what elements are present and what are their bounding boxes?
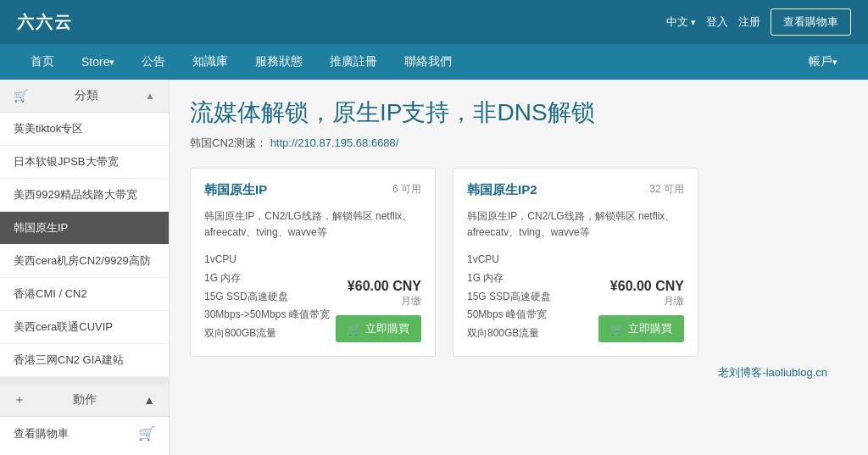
sidebar-actions-label: 動作	[73, 392, 97, 408]
nav-item-store[interactable]: Store	[68, 44, 128, 80]
subtitle-link[interactable]: http://210.87.195.68:6688/	[270, 136, 399, 149]
product-card-0: 韩国原生IP 6 可用 韩国原生IP，CN2/LG线路，解锁韩区 netflix…	[190, 168, 436, 357]
product-1-buy-label: 立即購買	[628, 321, 672, 336]
sidebar-categories-icon: 🛒	[14, 89, 28, 103]
sidebar-categories-header: 🛒 分類 ▲	[0, 80, 169, 113]
nav-item-status[interactable]: 服務狀態	[242, 44, 316, 80]
sidebar-cart-label: 查看購物車	[14, 426, 69, 441]
sidebar-item-kr-native-ip[interactable]: 韩国原生IP	[0, 212, 169, 245]
product-0-buy-button[interactable]: 🛒 立即購買	[336, 315, 421, 342]
sidebar-item-tiktok[interactable]: 英美tiktok专区	[0, 113, 169, 146]
nav-item-promo[interactable]: 推廣註冊	[316, 44, 391, 80]
cart-icon-small: 🛒	[348, 323, 361, 336]
top-bar: 六六云 中文 登入 注册 查看購物車	[0, 0, 868, 44]
login-link[interactable]: 登入	[706, 14, 728, 30]
register-link[interactable]: 注册	[738, 14, 760, 30]
sidebar-actions-chevron: ▲	[143, 393, 155, 407]
sidebar-cart-icon: 🛒	[138, 425, 155, 441]
sidebar-actions-header: ＋ 動作 ▲	[0, 377, 169, 417]
product-1-pricing: ¥60.00 CNY 月缴 🛒 立即購買	[598, 279, 684, 342]
spec-item: 15G SSD高速硬盘	[204, 288, 330, 307]
view-cart-button[interactable]: 查看購物車	[771, 8, 851, 36]
product-0-specs: 1vCPU 1G 内存 15G SSD高速硬盘 30Mbps->50Mbps 峰…	[204, 251, 330, 342]
product-1-availability: 32 可用	[649, 182, 684, 197]
sidebar-item-cera-cn2[interactable]: 美西cera机房CN2/9929高防	[0, 245, 169, 278]
sidebar-actions-plus-icon: ＋	[14, 392, 25, 408]
main-content: 流媒体解锁，原生IP支持，非DNS解锁 韩国CN2测速： http://210.…	[170, 80, 868, 455]
nav-item-account[interactable]: 帳戶	[795, 44, 851, 80]
nav-bar: 首页 Store 公告 知識庫 服務狀態 推廣註冊 聯絡我們 帳戶	[0, 44, 868, 80]
nav-item-home[interactable]: 首页	[17, 44, 68, 80]
page-title: 流媒体解锁，原生IP支持，非DNS解锁	[190, 97, 848, 129]
products-grid: 韩国原生IP 6 可用 韩国原生IP，CN2/LG线路，解锁韩区 netflix…	[190, 168, 848, 357]
spec-item: 50Mbps 峰值带宽	[467, 306, 551, 325]
sidebar-item-us9929[interactable]: 美西9929精品线路大带宽	[0, 179, 169, 212]
product-1-body: 1vCPU 1G 内存 15G SSD高速硬盘 50Mbps 峰值带宽 双向80…	[467, 251, 684, 342]
product-1-period: 月缴	[610, 294, 684, 308]
product-0-pricing: ¥60.00 CNY 月缴 🛒 立即購買	[336, 279, 421, 342]
sidebar-item-jpsb[interactable]: 日本软银JPSB大带宽	[0, 146, 169, 179]
product-card-1-header: 韩国原生IP2 32 可用	[467, 182, 684, 198]
sidebar-item-hk-cn2[interactable]: 香港三网CN2 GIA建站	[0, 344, 169, 377]
main-layout: 🛒 分類 ▲ 英美tiktok专区 日本软银JPSB大带宽 美西9929精品线路…	[0, 80, 868, 455]
spec-item: 1G 内存	[467, 269, 551, 288]
sidebar-categories-label: 分類	[75, 88, 98, 103]
sidebar-categories-chevron: ▲	[145, 90, 155, 102]
site-logo: 六六云	[17, 11, 73, 34]
footer-watermark: 老刘博客-laoliublog.cn	[190, 357, 848, 389]
spec-item: 1vCPU	[467, 251, 551, 269]
cart-icon-small: 🛒	[610, 323, 624, 336]
product-1-price: ¥60.00 CNY	[610, 279, 684, 294]
spec-item: 双向800GB流量	[204, 325, 330, 343]
product-card-1: 韩国原生IP2 32 可用 韩国原生IP，CN2/LG线路，解锁韩区 netfl…	[453, 168, 698, 357]
spec-item: 1vCPU	[204, 251, 330, 269]
product-0-price: ¥60.00 CNY	[348, 279, 421, 294]
product-1-specs: 1vCPU 1G 内存 15G SSD高速硬盘 50Mbps 峰值带宽 双向80…	[467, 251, 551, 342]
spec-item: 30Mbps->50Mbps 峰值带宽	[204, 306, 330, 325]
spec-item: 双向800GB流量	[467, 325, 551, 343]
spec-item: 15G SSD高速硬盘	[467, 288, 551, 307]
sidebar: 🛒 分類 ▲ 英美tiktok专区 日本软银JPSB大带宽 美西9929精品线路…	[0, 80, 170, 455]
product-card-0-header: 韩国原生IP 6 可用	[204, 182, 421, 198]
sidebar-item-cera-cuvip[interactable]: 美西cera联通CUVIP	[0, 311, 169, 344]
watermark-text: 老刘博客-laoliublog.cn	[718, 366, 827, 379]
subtitle-label: 韩国CN2测速：	[190, 136, 267, 149]
product-1-desc: 韩国原生IP，CN2/LG线路，解锁韩区 netflix、afreecatv、t…	[467, 208, 684, 241]
nav-item-contact[interactable]: 聯絡我們	[391, 44, 465, 80]
product-0-availability: 6 可用	[392, 182, 421, 197]
product-0-name: 韩国原生IP	[204, 182, 267, 198]
product-0-body: 1vCPU 1G 内存 15G SSD高速硬盘 30Mbps->50Mbps 峰…	[204, 251, 421, 342]
product-1-buy-button[interactable]: 🛒 立即購買	[598, 315, 684, 342]
sidebar-cart-item[interactable]: 查看購物車 🛒	[0, 417, 169, 450]
sidebar-item-hk-cmi[interactable]: 香港CMI / CN2	[0, 278, 169, 311]
product-0-buy-label: 立即購買	[365, 321, 409, 336]
page-subtitle: 韩国CN2测速： http://210.87.195.68:6688/	[190, 136, 848, 151]
top-right-actions: 中文 登入 注册 查看購物車	[666, 8, 851, 36]
product-1-name: 韩国原生IP2	[467, 182, 537, 198]
language-selector[interactable]: 中文	[666, 14, 696, 30]
product-0-period: 月缴	[348, 294, 421, 308]
nav-item-kb[interactable]: 知識庫	[179, 44, 242, 80]
product-0-desc: 韩国原生IP，CN2/LG线路，解锁韩区 netflix、afreecatv、t…	[204, 208, 421, 241]
spec-item: 1G 内存	[204, 269, 330, 288]
nav-item-announcement[interactable]: 公告	[128, 44, 179, 80]
